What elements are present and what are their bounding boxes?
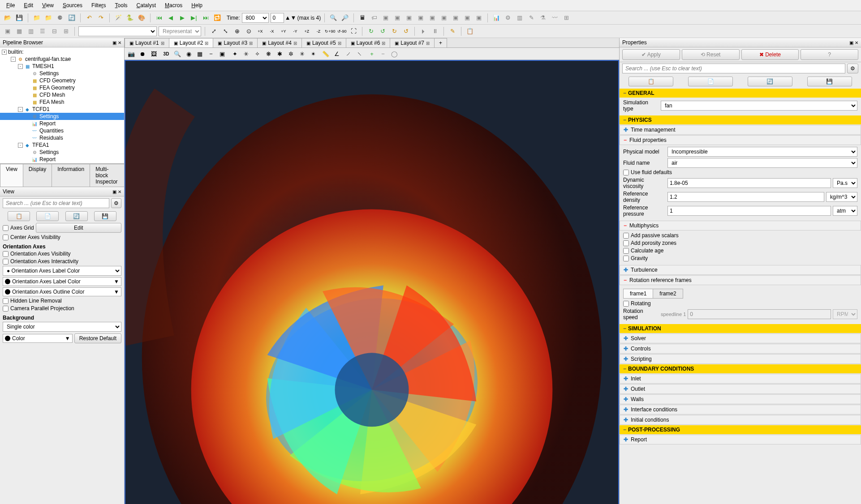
close-tab-icon[interactable]: ⊠ bbox=[426, 41, 430, 46]
tb2-a-icon[interactable]: ▣ bbox=[3, 26, 13, 36]
solver-toggle[interactable]: ✚Solver bbox=[620, 333, 861, 343]
cam4-icon[interactable]: ⊙ bbox=[244, 26, 254, 36]
next-frame-icon[interactable]: ▶| bbox=[189, 13, 199, 23]
detach2-icon[interactable]: ▣ bbox=[112, 189, 116, 194]
cam-nx-icon[interactable]: -X bbox=[267, 26, 277, 36]
tab-multiblock[interactable]: Multi-block Inspector bbox=[90, 164, 125, 187]
expand-icon[interactable]: - bbox=[18, 64, 23, 69]
vt-a-icon[interactable]: ◉ bbox=[184, 49, 194, 59]
bg-type-select[interactable]: Single color bbox=[3, 322, 121, 332]
tab-view[interactable]: View bbox=[0, 164, 23, 187]
cube2-icon[interactable]: ▣ bbox=[392, 13, 402, 23]
tb2-e-icon[interactable]: ⊟ bbox=[49, 26, 59, 36]
close2-icon[interactable]: ✕ bbox=[118, 189, 121, 194]
vt-d-icon[interactable]: ▣ bbox=[217, 49, 227, 59]
cam1-icon[interactable]: ⤢ bbox=[209, 26, 219, 36]
array-select[interactable] bbox=[78, 26, 157, 36]
calculator-icon[interactable]: 🖩 bbox=[357, 13, 367, 23]
prop-gear-icon[interactable]: ⚙ bbox=[847, 64, 858, 73]
tree-item[interactable]: ▦CFD Geometry bbox=[0, 77, 124, 84]
outlet-toggle[interactable]: ✚Outlet bbox=[620, 384, 861, 394]
vt-c-icon[interactable]: − bbox=[206, 49, 216, 59]
section-general[interactable]: −GENERAL bbox=[620, 89, 861, 98]
frame-input[interactable] bbox=[271, 13, 284, 23]
cube6-icon[interactable]: ▣ bbox=[439, 13, 449, 23]
walls-toggle[interactable]: ✚Walls bbox=[620, 394, 861, 404]
detach3-icon[interactable]: ▣ bbox=[849, 40, 853, 45]
camera-parallel-checkbox[interactable] bbox=[3, 306, 9, 312]
cam-ny-icon[interactable]: -Y bbox=[290, 26, 300, 36]
prev-frame-icon[interactable]: ◀ bbox=[166, 13, 176, 23]
tree-item[interactable]: 📊Report bbox=[0, 156, 124, 163]
menu-help[interactable]: Help bbox=[187, 1, 207, 10]
last-frame-icon[interactable]: ⏭ bbox=[201, 13, 211, 23]
close-tab-icon[interactable]: ⊠ bbox=[382, 41, 385, 46]
view-search-input[interactable] bbox=[3, 198, 109, 208]
tab-display[interactable]: Display bbox=[23, 164, 52, 187]
layout-tab[interactable]: ▣Layout #1⊠ bbox=[125, 38, 169, 47]
loop-icon[interactable]: 🔁 bbox=[212, 13, 222, 23]
misc-icon[interactable]: ⚗ bbox=[538, 13, 548, 23]
layout-tab[interactable]: ▣Layout #5⊠ bbox=[301, 38, 346, 47]
passive-scalars-checkbox[interactable] bbox=[623, 233, 629, 239]
python-icon[interactable]: 🐍 bbox=[125, 13, 135, 23]
cam-px-icon[interactable]: +X bbox=[255, 26, 265, 36]
layout-tab[interactable]: ▣Layout #2⊠ bbox=[169, 38, 214, 47]
cube4-icon[interactable]: ▣ bbox=[416, 13, 426, 23]
refresh-icon[interactable]: 🔄 bbox=[65, 211, 88, 221]
vt-b-icon[interactable]: ▦ bbox=[195, 49, 205, 59]
vt-stop-icon[interactable]: ◯ bbox=[389, 49, 399, 59]
save-icon[interactable]: 💾 bbox=[14, 13, 24, 23]
cam2-icon[interactable]: ⤡ bbox=[220, 26, 230, 36]
close-tab-icon[interactable]: ⊠ bbox=[338, 41, 341, 46]
close-tab-icon[interactable]: ⊠ bbox=[205, 41, 208, 46]
multiphysics-toggle[interactable]: −Multiphysics bbox=[620, 221, 861, 231]
render-viewport[interactable] bbox=[125, 60, 619, 504]
porosity-checkbox[interactable] bbox=[623, 240, 629, 246]
close3-icon[interactable]: ✕ bbox=[855, 40, 858, 45]
detach-icon[interactable]: ▣ bbox=[112, 40, 116, 45]
tree-item[interactable]: 📊Report bbox=[0, 120, 124, 127]
tree-item[interactable]: ▦CFD Mesh bbox=[0, 91, 124, 98]
tb2-b-icon[interactable]: ▦ bbox=[14, 26, 24, 36]
ref-density-input[interactable] bbox=[667, 192, 824, 202]
save-view-icon[interactable]: 💾 bbox=[94, 211, 116, 221]
orient-label-color-select[interactable]: ● Orientation Axes Label Color bbox=[3, 266, 121, 276]
anim1-icon[interactable]: ⏵ bbox=[418, 26, 428, 36]
undo-icon[interactable]: ↶ bbox=[84, 13, 94, 23]
vt-zoom-icon[interactable]: 🔍 bbox=[172, 49, 182, 59]
vt-ruler-icon[interactable]: 📏 bbox=[321, 49, 331, 59]
folder2-icon[interactable]: 📁 bbox=[43, 13, 53, 23]
first-frame-icon[interactable]: ⏮ bbox=[154, 13, 164, 23]
rot2-icon[interactable]: ↻ bbox=[366, 26, 376, 36]
collapse-icon[interactable]: ▪ bbox=[2, 50, 7, 55]
tree-item[interactable]: 〰Residuals bbox=[0, 134, 124, 141]
calc-age-checkbox[interactable] bbox=[623, 248, 629, 254]
pencil2-icon[interactable]: ✎ bbox=[448, 26, 457, 36]
prop-paste-icon[interactable]: 📄 bbox=[688, 77, 733, 86]
expand-icon[interactable]: - bbox=[18, 107, 23, 112]
rot-p90-icon[interactable]: ↻+90 bbox=[325, 26, 335, 36]
rec-icon[interactable]: ⏺ bbox=[138, 49, 147, 59]
section-physics[interactable]: −PHYSICS bbox=[620, 115, 861, 124]
rotation-ref-toggle[interactable]: −Rotation reference frames bbox=[620, 275, 861, 285]
fluid-name-select[interactable]: air bbox=[667, 158, 857, 168]
close-tab-icon[interactable]: ⊠ bbox=[249, 41, 253, 46]
tree-item[interactable]: -▦TMESH1 bbox=[0, 63, 124, 70]
cube-icon[interactable]: ▣ bbox=[381, 13, 391, 23]
cam-pz-icon[interactable]: +Z bbox=[302, 26, 312, 36]
expand-icon[interactable]: - bbox=[18, 143, 23, 148]
ref-pressure-unit[interactable]: atm bbox=[833, 206, 857, 216]
simulation-type-select[interactable]: fan bbox=[661, 101, 857, 111]
cube8-icon[interactable]: ▣ bbox=[462, 13, 472, 23]
zoom2-icon[interactable]: 🔎 bbox=[340, 13, 350, 23]
gravity-checkbox[interactable] bbox=[623, 256, 629, 261]
vt-f-icon[interactable]: ⚹ bbox=[241, 49, 251, 59]
vt-minus-icon[interactable]: − bbox=[378, 49, 388, 59]
clipboard-icon[interactable]: 📋 bbox=[465, 26, 475, 36]
layout-tab[interactable]: ▣Layout #7⊠ bbox=[390, 38, 435, 47]
edit-axes-button[interactable]: Edit bbox=[36, 223, 121, 233]
zoomfit-icon[interactable]: ⛶ bbox=[349, 26, 358, 36]
vt-k-icon[interactable]: ✳ bbox=[297, 49, 307, 59]
tree-item[interactable]: ⚙Settings bbox=[0, 149, 124, 156]
